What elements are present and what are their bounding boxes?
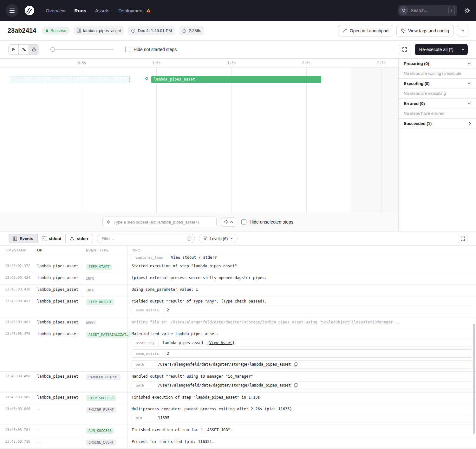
nav-item-deployment[interactable]: Deployment <box>118 8 151 13</box>
primary-nav: Overview Runs Assets Deployment <box>46 8 151 13</box>
nav-item-overview[interactable]: Overview <box>46 8 66 13</box>
event-type-tag: ENGINE_EVENT <box>86 439 116 446</box>
nav-item-runs[interactable]: Runs <box>75 8 87 13</box>
log-op: lambda_pipes_asset <box>33 273 82 284</box>
log-timestamp: 13:45:03.505 <box>0 393 33 404</box>
stopwatch-icon <box>32 47 36 52</box>
flat-view-icon <box>11 47 16 52</box>
hide-unselected-checkbox[interactable] <box>241 219 246 224</box>
hide-not-started-label: Hide not started steps <box>134 47 177 52</box>
log-timestamp: 13:45:03.716 <box>0 437 33 448</box>
gantt-step-bar[interactable]: lambda_pipes_asset <box>151 76 321 83</box>
view-tags-config-button[interactable]: View tags and config <box>396 25 454 36</box>
levels-filter-button[interactable]: Levels (6) <box>199 234 238 243</box>
path-link[interactable]: /Users/alangenfeld/data/dagster/storage/… <box>158 383 291 387</box>
search-icon <box>399 6 408 15</box>
run-header: 23ab2414 Success lambda_pipes_asset Dec … <box>0 21 476 41</box>
event-type-label: INFO <box>86 276 95 282</box>
section-preparing[interactable]: Preparing (0) <box>399 59 476 68</box>
layers-icon <box>224 220 228 224</box>
metadata-value[interactable]: View stdout / stderr <box>167 255 472 261</box>
copy-path-icon[interactable] <box>294 383 298 387</box>
metadata-key: some_metric <box>132 306 163 314</box>
log-filter-box[interactable] <box>97 234 195 243</box>
log-row[interactable]: 13:45:03.470 lambda_pipes_asset ASSET_MA… <box>0 329 476 372</box>
search-input[interactable] <box>411 8 446 13</box>
step-subset-box[interactable] <box>102 217 217 227</box>
hide-not-started-checkbox[interactable] <box>125 47 130 52</box>
nav-item-assets[interactable]: Assets <box>95 8 109 13</box>
events-table-icon <box>13 237 17 241</box>
gantt-section: 0.5s 1.0s 1.5s 2.0s 2.5s lambda_pipes_as… <box>0 59 476 231</box>
op-selector-icon <box>106 220 111 224</box>
column-header-info: Info <box>128 246 476 255</box>
view-asset-link[interactable]: [View Asset] <box>207 341 235 345</box>
section-errored[interactable]: Errored (0) <box>399 99 476 108</box>
log-row[interactable]: 13:45:03.701 - RUN_SUCCESS Finished exec… <box>0 425 476 437</box>
tab-stderr[interactable]: stderr <box>65 234 93 243</box>
console-icon <box>42 237 46 240</box>
log-row[interactable]: 13:45:03.438 lambda_pipes_asset INFO Usi… <box>0 285 476 296</box>
gantt-beyond-duration-region <box>350 68 398 231</box>
view-mode-flat-button[interactable] <box>8 44 19 55</box>
chevron-down-icon <box>230 238 233 239</box>
tab-events[interactable]: Events <box>9 234 38 243</box>
log-filter-input[interactable] <box>101 236 184 241</box>
metadata-entry: some_metric 2 <box>132 306 472 314</box>
log-row[interactable]: 13:45:03.696 - ENGINE_EVENT Multiprocess… <box>0 404 476 425</box>
chevron-down-icon[interactable] <box>458 44 468 55</box>
section-errored-title: Errored (0) <box>404 101 425 106</box>
log-timestamp: 13:45:03.424 <box>0 273 33 284</box>
section-executing[interactable]: Executing (0) <box>399 79 476 88</box>
status-badge: Success <box>42 27 70 35</box>
search-box[interactable]: / <box>398 5 457 16</box>
hide-not-started-control: Hide not started steps <box>125 47 177 52</box>
path-link[interactable]: /Users/alangenfeld/data/dagster/storage/… <box>158 362 291 367</box>
log-row[interactable]: 13:45:03.453 lambda_pipes_asset STEP_OUT… <box>0 296 476 317</box>
metadata-value: 11635 <box>154 414 472 422</box>
event-type-tag: STEP_OUTPUT <box>86 299 114 305</box>
event-type-label: DEBUG <box>86 320 96 326</box>
log-row[interactable]: 13:45:03.498 lambda_pipes_asset HANDLED_… <box>0 372 476 393</box>
log-toolbar: Events stdout stderr <box>0 231 476 245</box>
run-header-actions: Open in Launchpad View tags and config <box>338 25 468 36</box>
copy-path-icon[interactable] <box>294 362 298 367</box>
log-scrollbar-thumb[interactable] <box>473 324 475 434</box>
log-op: - <box>33 425 82 437</box>
gantt-body: lambda_pipes_asset <box>0 68 398 231</box>
open-in-launchpad-label: Open in Launchpad <box>350 28 388 33</box>
view-mode-timed-button[interactable] <box>29 44 39 55</box>
graph-query-toggle-button[interactable] <box>221 217 236 227</box>
gantt-chart: 0.5s 1.0s 1.5s 2.0s 2.5s lambda_pipes_as… <box>0 59 398 231</box>
view-mode-waterfall-button[interactable] <box>18 44 29 55</box>
log-info: Finished execution of step "lambda_pipes… <box>128 393 476 404</box>
time-marker: 0.5s <box>78 61 86 65</box>
step-subset-input[interactable] <box>114 220 213 224</box>
levels-filter-label: Levels (6) <box>210 236 228 241</box>
log-info: Materialized value lambda_pipes_asset. <box>132 332 472 336</box>
clear-filter-icon[interactable] <box>187 236 192 241</box>
clock-icon <box>131 29 135 33</box>
log-fullscreen-button[interactable] <box>458 234 467 243</box>
settings-gear-icon[interactable] <box>464 8 470 14</box>
reexecute-all-button[interactable]: Re-execute all (*) <box>415 44 468 55</box>
hamburger-menu-button[interactable] <box>6 4 18 17</box>
section-succeeded[interactable]: Succeeded (1) <box>399 119 476 128</box>
open-in-launchpad-button[interactable]: Open in Launchpad <box>338 25 393 36</box>
run-target-chip[interactable]: lambda_pipes_asset <box>74 26 124 35</box>
log-row[interactable]: 13:45:03.461 lambda_pipes_asset DEBUG Wr… <box>0 317 476 329</box>
log-row[interactable]: 13:45:03.716 - ENGINE_EVENT Process for … <box>0 437 476 449</box>
tab-stdout[interactable]: stdout <box>37 234 66 243</box>
log-timestamp: 13:45:03.453 <box>0 296 33 317</box>
metadata-entry: path /Users/alangenfeld/data/dagster/sto… <box>132 360 472 368</box>
slider-knob[interactable] <box>50 47 55 52</box>
log-row[interactable]: 13:45:03.424 lambda_pipes_asset INFO [pi… <box>0 273 476 285</box>
gantt-fullscreen-button[interactable] <box>399 44 410 55</box>
log-row[interactable]: 13:45:02.372 lambda_pipes_asset STEP_STA… <box>0 261 476 273</box>
gantt-zoom-slider[interactable] <box>50 47 114 52</box>
run-header-more-button[interactable] <box>457 25 468 36</box>
search-shortcut-hint: / <box>448 7 455 14</box>
gantt-bottom-controls: Hide unselected steps <box>0 213 398 231</box>
log-row[interactable]: 13:45:03.505 lambda_pipes_asset STEP_SUC… <box>0 393 476 404</box>
log-op: - <box>33 437 82 448</box>
